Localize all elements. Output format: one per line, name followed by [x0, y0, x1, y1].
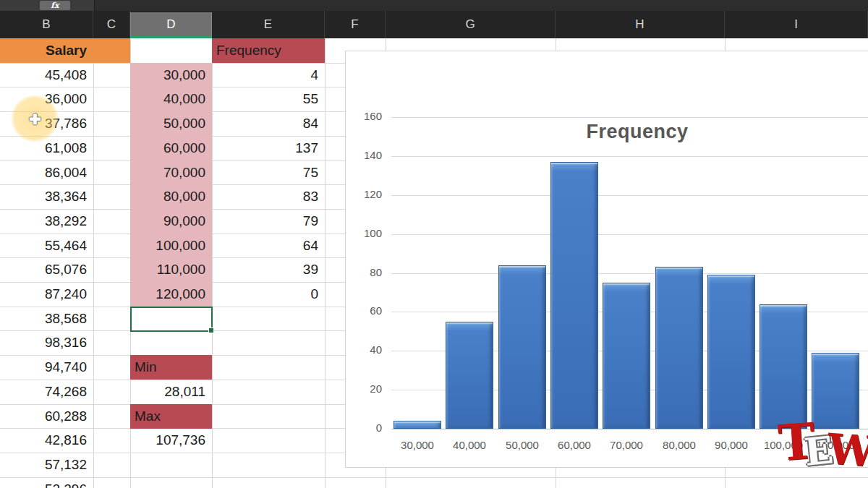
chart-bar-60000[interactable] [550, 162, 598, 429]
frequency-cell[interactable]: 39 [212, 257, 325, 282]
frequency-cell[interactable]: 84 [212, 111, 325, 136]
x-axis-tick-label: 110,000 [808, 439, 863, 451]
salary-cell[interactable]: 38,568 [0, 307, 93, 331]
bin-cell[interactable]: 50,000 [130, 111, 212, 136]
x-axis-tick-label: 30,000 [390, 439, 445, 451]
salary-cell[interactable]: 94,740 [0, 355, 93, 380]
y-axis-tick-label: 120 [349, 188, 382, 200]
y-axis-tick-label: 100 [349, 227, 382, 239]
salary-cell[interactable]: 45,408 [0, 63, 93, 87]
bin-cell[interactable]: 60,000 [130, 136, 212, 160]
chart-gridline [391, 429, 868, 429]
column-header-F[interactable]: F [325, 11, 386, 38]
chart-bar-50000[interactable] [498, 265, 546, 429]
x-axis-tick-label: 80,000 [652, 439, 707, 451]
frequency-cell[interactable]: 64 [212, 234, 325, 258]
x-axis-tick-label: 90,000 [704, 439, 759, 451]
salary-cell[interactable]: 38,292 [0, 209, 93, 234]
chart-bar-80000[interactable] [655, 267, 703, 429]
y-axis-tick-label: 20 [349, 382, 382, 395]
frequency-cell[interactable]: 55 [212, 87, 325, 111]
salary-cell[interactable]: 36,000 [0, 87, 93, 111]
salary-cell[interactable]: 55,464 [0, 234, 93, 258]
x-axis-tick-label: 50,000 [495, 439, 550, 451]
column-header-D[interactable]: D [130, 12, 212, 38]
salary-cell[interactable]: 65,076 [0, 257, 93, 282]
chart-bar-40000[interactable] [446, 322, 493, 429]
salary-cell[interactable]: 52,296 [0, 477, 93, 488]
bin-cell[interactable]: 100,000 [130, 234, 212, 258]
formula-bar: fx [0, 0, 868, 11]
chart-bar-110000[interactable] [812, 353, 859, 429]
chart-gridline [391, 234, 868, 235]
bin-cell[interactable]: 70,000 [130, 160, 212, 185]
salary-cell[interactable]: 60,288 [0, 404, 93, 429]
formula-input[interactable] [95, 0, 868, 11]
chart-gridline [391, 117, 868, 118]
y-axis-tick-label: 140 [349, 149, 382, 161]
max-value-cell[interactable]: 107,736 [130, 428, 212, 453]
bin-cell[interactable]: 110,000 [130, 257, 212, 282]
column-header-H[interactable]: H [556, 11, 725, 38]
salary-cell[interactable]: 37,786 [0, 111, 93, 136]
selection-fill-handle[interactable] [208, 328, 214, 333]
y-axis-tick-label: 60 [349, 304, 382, 317]
frequency-chart[interactable]: Frequency 02040608010012014016030,00040,… [345, 51, 868, 468]
x-axis-tick-label: 120,000 [861, 439, 868, 451]
frequency-cell[interactable]: 4 [212, 63, 325, 87]
salary-header-cell[interactable]: Salary [0, 38, 93, 63]
chart-gridline [391, 195, 868, 196]
chart-bar-100000[interactable] [760, 304, 807, 429]
frequency-header-cell[interactable]: Frequency [212, 38, 325, 63]
salary-cell[interactable]: 86,004 [0, 160, 93, 185]
column-header-strip: BCDEFGHI [0, 11, 868, 39]
column-header-E[interactable]: E [212, 11, 325, 38]
selected-cell[interactable] [130, 307, 213, 332]
max-label-cell[interactable]: Max [130, 404, 212, 429]
column-header-C[interactable]: C [93, 11, 130, 38]
min-label-cell[interactable]: Min [130, 355, 212, 380]
frequency-cell[interactable]: 83 [212, 184, 325, 209]
x-axis-tick-label: 60,000 [547, 439, 602, 451]
bin-cell[interactable]: 30,000 [130, 63, 212, 87]
chart-bar-70000[interactable] [603, 283, 650, 429]
frequency-cell[interactable]: 137 [212, 136, 325, 160]
column-header-G[interactable]: G [386, 11, 556, 38]
salary-cell[interactable]: 57,132 [0, 453, 93, 477]
gridline-vertical [93, 38, 94, 488]
salary-cell[interactable]: 74,268 [0, 380, 93, 404]
bin-cell[interactable]: 40,000 [130, 87, 212, 111]
salary-cell[interactable]: 98,316 [0, 330, 93, 355]
chart-gridline [391, 273, 868, 274]
x-axis-tick-label: 40,000 [442, 439, 497, 451]
salary-cell[interactable]: 42,816 [0, 428, 93, 453]
y-axis-tick-label: 160 [349, 110, 382, 122]
column-header-B[interactable]: B [0, 11, 93, 38]
y-axis-tick-label: 0 [349, 421, 382, 434]
chart-gridline [391, 156, 868, 157]
frequency-cell[interactable]: 75 [212, 160, 325, 185]
name-box-area: fx [0, 0, 95, 11]
y-axis-tick-label: 80 [349, 266, 382, 278]
bin-cell[interactable]: 90,000 [130, 209, 212, 234]
min-value-cell[interactable]: 28,011 [130, 380, 212, 404]
salary-cell[interactable]: 87,240 [0, 282, 93, 307]
bin-cell[interactable]: 120,000 [130, 282, 212, 307]
frequency-cell[interactable]: 0 [212, 282, 325, 307]
x-axis-tick-label: 100,000 [756, 439, 811, 451]
chart-bar-30000[interactable] [393, 421, 441, 429]
orange-spacer-cell[interactable] [93, 38, 130, 63]
salary-cell[interactable]: 61,008 [0, 136, 93, 160]
salary-cell[interactable]: 38,364 [0, 184, 93, 209]
x-axis-tick-label: 70,000 [599, 439, 654, 451]
bin-cell[interactable]: 80,000 [130, 184, 212, 209]
column-header-I[interactable]: I [725, 11, 868, 38]
chart-bar-90000[interactable] [707, 275, 755, 429]
y-axis-tick-label: 40 [349, 343, 382, 356]
frequency-cell[interactable]: 79 [212, 209, 325, 234]
gridline-vertical [325, 38, 326, 488]
chart-title: Frequency [420, 121, 854, 143]
gridline-horizontal [0, 477, 868, 478]
fx-icon[interactable]: fx [40, 1, 70, 10]
